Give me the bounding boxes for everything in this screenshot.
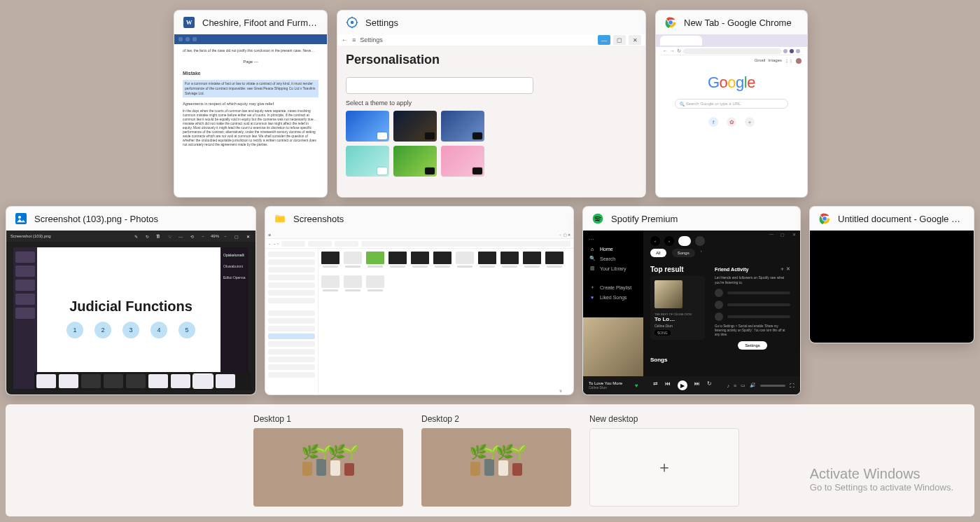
window-card-chrome[interactable]: New Tab - Google Chrome ←→↻ GmailImages⋮… (655, 10, 808, 198)
google-logo: Google (708, 74, 755, 92)
chrome-preview: ←→↻ GmailImages⋮⋮ Google 🔍 Search Google… (656, 34, 807, 197)
desktop-label: New desktop (589, 414, 739, 424)
hamburger-icon: ≡ (352, 36, 356, 43)
friend-activity: Friend Activity＋ ✕ Let friends and follo… (712, 263, 793, 352)
window-header: Spotify Premium (583, 207, 800, 231)
settings-label: Select a theme to apply (346, 99, 645, 107)
liked-icon: ♥ (589, 295, 596, 300)
plus-icon: ＋ (657, 457, 672, 478)
desktop-2[interactable]: Desktop 2 🌿🌱🌿🌱 (421, 414, 571, 507)
window-card-docs[interactable]: Untitled document - Google Do… (809, 206, 974, 343)
explorer-preview: ⊕－ ▢ ✕ ← → ↑ (265, 231, 573, 394)
chrome-icon (664, 16, 677, 29)
desktop-label: Desktop 2 (421, 414, 571, 424)
shuffle-icon: ⇄ (653, 380, 658, 390)
new-desktop[interactable]: New desktop ＋ (589, 414, 739, 507)
recycle-icon: 🗑 (559, 389, 569, 393)
activate-windows-watermark: Activate Windows Go to Settings to activ… (810, 466, 953, 493)
close-icon: ✕ (244, 234, 251, 239)
next-icon: ⏭ (694, 380, 700, 390)
spotify-cover-art (583, 317, 643, 376)
delete-icon: 🗑 (155, 234, 162, 238)
photos-icon (15, 212, 27, 225)
folder-icon (274, 212, 286, 225)
window-header: Untitled document - Google Do… (810, 207, 974, 231)
theme-current-preview (346, 77, 533, 94)
heart-icon: ♥ (635, 383, 638, 389)
svg-rect-11 (15, 213, 27, 224)
maximize-icon: ▢ (613, 35, 626, 45)
virtual-desktops-bar: Desktop 1 🌿🌱🌿🌱 Desktop 2 🌿🌱🌿🌱 New deskto… (6, 404, 974, 516)
settings-heading: Personalisation (346, 53, 645, 67)
queue-icon: ≡ (734, 383, 736, 388)
window-title: New Tab - Google Chrome (684, 18, 792, 28)
window-title: Settings (365, 18, 398, 28)
heart-icon: ♡ (166, 234, 173, 239)
svg-point-3 (351, 21, 354, 25)
search-pill (678, 236, 691, 246)
spotify-tab-all: All (650, 249, 666, 257)
devices-icon: ▭ (741, 383, 746, 388)
window-header: Screenshot (103).png - Photos (6, 207, 255, 231)
desktop-thumbnail[interactable]: 🌿🌱🌿🌱 (421, 428, 571, 507)
window-title: Untitled document - Google Do… (838, 214, 965, 224)
chrome-shortcuts: f ✿ ＋ (708, 117, 755, 127)
window-title: Cheshire, Fifoot and Furmsto… (202, 18, 318, 28)
window-header: Screenshots (265, 207, 573, 231)
settings-icon (346, 16, 358, 29)
window-header: Settings (337, 11, 645, 34)
spotify-top-result: THE BEST OF CÉLINE DION To Lo… Céline Di… (650, 276, 705, 340)
avatar (695, 236, 705, 246)
minimize-icon: — (598, 35, 610, 45)
window-card-photos[interactable]: Screenshot (103).png - Photos Screenshot… (6, 206, 256, 395)
rotate-icon: ↻ (144, 234, 150, 239)
prev-icon: ⏮ (665, 380, 671, 390)
search-icon: 🔍 (589, 256, 596, 261)
play-icon: ▶ (678, 380, 687, 390)
chrome-icon (818, 212, 831, 225)
word-preview: of law, the facts of the case did not ju… (174, 34, 327, 197)
window-card-explorer[interactable]: Screenshots ⊕－ ▢ ✕ ← → ↑ (265, 206, 574, 395)
new-desktop-button[interactable]: ＋ (589, 428, 739, 507)
edit-icon: ✎ (132, 234, 139, 239)
desktop-label: Desktop 1 (253, 414, 403, 424)
svg-text:W: W (186, 19, 192, 26)
window-header: W Cheshire, Fifoot and Furmsto… (174, 11, 327, 34)
word-icon: W (183, 16, 195, 29)
close-icon: ✕ (629, 35, 641, 45)
home-icon: ⌂ (589, 247, 596, 252)
photos-preview: Screenshot (103).png ✎ ↻ 🗑 ♡ ⋯ ⟲ － 49% －… (6, 231, 255, 394)
photos-filmstrip (34, 372, 251, 390)
window-title: Screenshot (103).png - Photos (34, 214, 158, 224)
spotify-tab-songs: Songs (672, 249, 695, 257)
repeat-icon: ↻ (707, 380, 712, 390)
settings-button: Settings (738, 341, 767, 350)
nav-back-icon: ‹ (650, 236, 660, 246)
task-view: W Cheshire, Fifoot and Furmsto… of law, … (0, 0, 980, 522)
spotify-preview: —▢✕ ⋯ ⌂Home 🔍Search ▥Your Library ＋Creat… (583, 231, 800, 394)
window-card-spotify[interactable]: Spotify Premium —▢✕ ⋯ ⌂Home 🔍Search ▥You… (582, 206, 801, 395)
explorer-thumbnails (321, 252, 570, 295)
desktop-thumbnail[interactable]: 🌿🌱🌿🌱 (253, 428, 403, 507)
window-title: Spotify Premium (611, 214, 678, 224)
window-title: Screenshots (293, 214, 344, 224)
theme-grid (346, 111, 645, 177)
back-icon: ← (342, 36, 348, 43)
svg-point-12 (18, 216, 21, 219)
volume-icon: 🔊 (750, 383, 756, 388)
google-search-box: 🔍 Search Google or type a URL (675, 99, 788, 109)
spotify-icon (592, 212, 604, 225)
nav-fwd-icon: › (664, 236, 674, 246)
desktop-1[interactable]: Desktop 1 🌿🌱🌿🌱 (253, 414, 403, 507)
window-card-settings[interactable]: Settings ← ≡ Settings — ▢ ✕ Personalisat… (337, 10, 646, 198)
settings-preview: ← ≡ Settings — ▢ ✕ Personalisation Selec… (337, 34, 645, 197)
spotify-player-bar: To Love You MoreCéline Dion ♥ ⇄ ⏮ ▶ ⏭ ↻ … (583, 376, 800, 394)
fullscreen-icon: ⛶ (790, 383, 794, 388)
slide-title: Judicial Functions (69, 298, 192, 315)
window-card-word[interactable]: W Cheshire, Fifoot and Furmsto… of law, … (174, 10, 328, 198)
photos-slide: Opiskelumalli Oluwabunmi Editoi Opensa J… (13, 247, 248, 389)
library-icon: ▥ (589, 266, 596, 271)
explorer-nav (265, 249, 318, 394)
window-header: New Tab - Google Chrome (656, 11, 807, 34)
plus-icon: ＋ (589, 284, 596, 291)
